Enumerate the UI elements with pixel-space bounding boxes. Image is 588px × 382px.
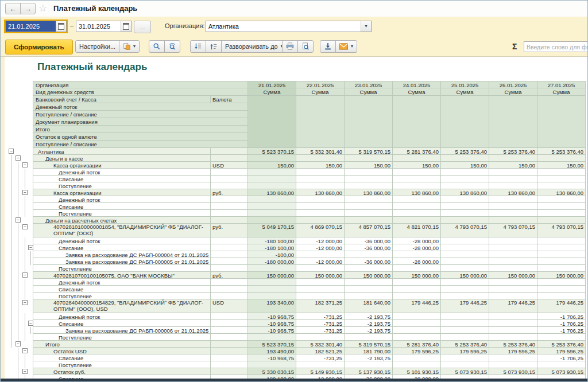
report-row[interactable]: −Атлантика5 523 370,155 332 301,405 319 … [5,148,586,155]
amount-cell[interactable] [393,196,441,203]
amount-cell[interactable]: 150 000,00 [537,272,586,279]
collapse-toggle[interactable]: − [22,369,28,374]
amount-cell[interactable] [345,182,393,189]
amount-cell[interactable] [296,176,345,182]
amount-cell[interactable]: -1 706,25 [537,313,586,320]
amount-cell[interactable] [393,354,441,361]
collapse-toggle[interactable]: − [22,162,28,167]
amount-cell[interactable] [489,265,537,272]
amount-cell[interactable] [393,313,441,320]
report-row[interactable]: Списание [5,203,586,210]
report-row[interactable]: −Остаток руб.5 330 030,155 149 930,155 1… [5,368,586,375]
report-variants-button[interactable]: ▾ [119,40,140,53]
amount-cell[interactable]: 130 860,00 [296,189,345,196]
amount-cell[interactable] [296,169,345,176]
row-label-cell[interactable]: Денежный поток [33,313,211,320]
report-row[interactable]: Поступление [5,334,586,341]
amount-cell[interactable]: -731,25 [296,313,345,320]
row-label-cell[interactable]: Деньги на расчетных счетах [33,217,211,224]
report-row[interactable]: Заявка на расходование ДС РАБП-000006 от… [5,327,586,334]
report-row[interactable]: Поступление [5,265,586,272]
back-button[interactable]: ← [5,3,21,14]
amount-cell[interactable] [441,265,489,272]
row-label-cell[interactable]: Атлантика [33,148,211,155]
amount-cell[interactable]: -28 000,00 [393,237,441,244]
amount-cell[interactable]: -731,25 [296,354,345,361]
amount-cell[interactable] [393,176,441,182]
expand-to-button[interactable]: Разворачивать до ▾ [221,40,287,53]
amount-cell[interactable] [489,361,537,368]
amount-cell[interactable]: -28 000,00 [393,244,441,251]
report-row[interactable]: −Остаток USD193 490,00182 521,25181 790,… [5,348,586,354]
amount-cell[interactable]: 130 860,00 [393,189,441,196]
amount-cell[interactable]: 150 000,00 [393,272,441,279]
amount-cell[interactable]: 5 149 930,15 [296,368,345,375]
amount-cell[interactable] [248,210,296,217]
amount-cell[interactable]: 5 073 930,15 [537,368,586,375]
amount-cell[interactable] [393,279,441,286]
row-label-cell[interactable]: Деньги в кассе [33,155,211,162]
report-row[interactable]: Поступление [5,182,586,189]
amount-cell[interactable]: -36 000,00 [345,244,393,251]
amount-cell[interactable]: -10 968,75 [248,313,296,320]
row-label-cell[interactable]: 40702840400000154829, "ВЛАДИМИРСКИЙ" ФБ … [33,299,211,313]
calendar-button[interactable] [56,21,66,32]
row-label-cell[interactable]: Итого [33,341,211,348]
amount-cell[interactable] [489,155,537,162]
amount-cell[interactable]: 5 332 301,40 [296,341,345,348]
amount-cell[interactable]: -180 100,00 [248,244,296,251]
favorite-star-icon[interactable]: ☆ [38,2,47,14]
amount-cell[interactable] [393,361,441,368]
collapse-toggle[interactable]: − [28,245,33,250]
amount-cell[interactable]: -180 100,00 [248,237,296,244]
amount-cell[interactable] [489,244,537,251]
collapse-toggle[interactable]: − [16,341,21,346]
collapse-toggle[interactable]: − [28,321,33,326]
row-label-cell[interactable]: Денежный поток [33,237,211,244]
generate-button[interactable]: Сформировать [5,40,73,54]
amount-cell[interactable] [441,313,489,320]
row-label-cell[interactable]: Поступление [33,334,211,341]
report-row[interactable]: Денежный поток [5,196,586,203]
amount-cell[interactable]: 5 073 930,15 [441,368,489,375]
amount-cell[interactable] [441,237,489,244]
collapse-toggle[interactable]: − [22,300,28,305]
collapse-toggle[interactable]: − [22,348,28,353]
date-from-value[interactable]: 21.01.2025 [6,21,56,32]
amount-cell[interactable]: 130 860,00 [537,189,586,196]
row-label-cell[interactable]: Касса организации [33,162,211,169]
amount-cell[interactable] [537,203,586,210]
amount-cell[interactable] [248,182,296,189]
row-label-cell[interactable]: Поступление [33,210,211,217]
amount-cell[interactable] [441,320,489,327]
amount-cell[interactable] [441,182,489,189]
amount-cell[interactable] [393,155,441,162]
amount-cell[interactable]: 182 521,25 [296,348,345,354]
amount-cell[interactable]: -36 000,00 [345,237,393,244]
amount-cell[interactable] [489,354,537,361]
amount-cell[interactable] [441,361,489,368]
amount-cell[interactable] [296,155,345,162]
amount-cell[interactable]: 130 860,00 [489,189,537,196]
amount-cell[interactable] [441,279,489,286]
amount-cell[interactable]: 193 490,00 [248,348,296,354]
amount-cell[interactable] [296,196,345,203]
amount-cell[interactable] [537,182,586,189]
settings-button[interactable]: Настройки... [75,40,119,53]
report-row[interactable]: −Списание-10 968,75-731,25-2 193,75-1 70… [5,320,586,327]
amount-cell[interactable]: 150,00 [537,162,586,169]
amount-cell[interactable] [296,217,345,224]
report-row[interactable]: −Списание-180 100,00-12 000,00-36 000,00… [5,244,586,251]
amount-cell[interactable] [345,176,393,182]
amount-cell[interactable]: 5 049 170,15 [248,224,296,237]
report-row[interactable]: −40702810100000001854, "ВЛАДИМИРСКИЙ" ФБ… [5,224,586,237]
amount-cell[interactable]: 179 596,25 [537,348,586,354]
amount-cell[interactable]: 5 281 376,40 [393,148,441,155]
row-label-cell[interactable]: Заявка на расходование ДС РАБП-000004 от… [33,251,211,258]
amount-cell[interactable] [393,327,441,334]
report-row[interactable]: Заявка на расходование ДС РАБП-000005 от… [5,258,586,265]
row-label-cell[interactable]: Поступление [33,182,211,189]
amount-cell[interactable]: 150 000,00 [296,272,345,279]
amount-cell[interactable] [393,320,441,327]
amount-cell[interactable]: 130 860,00 [345,189,393,196]
